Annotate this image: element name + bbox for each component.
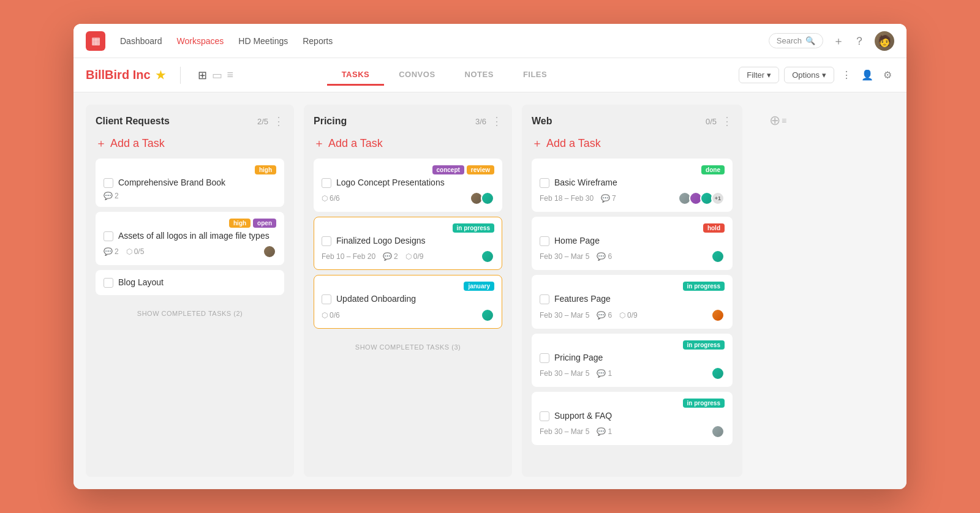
add-column-button[interactable]: ⊕ ≡ [767,110,789,132]
badge-review: review [467,165,494,174]
nav-dashboard[interactable]: Dashboard [120,36,162,46]
badge-january: january [464,282,494,291]
nav-reports[interactable]: Reports [303,36,333,46]
board-view-icon[interactable]: ▭ [212,69,222,82]
add-task-web[interactable]: ＋ Add a Task [532,135,733,151]
task-checkbox[interactable] [104,231,113,241]
nav-workspaces[interactable]: Workspaces [177,36,224,46]
task-checkbox[interactable] [540,411,549,421]
task-avatars [483,309,494,322]
search-icon: 🔍 [805,36,815,45]
tab-files[interactable]: FILES [508,65,562,86]
task-name: Support & FAQ [554,410,612,421]
task-card-features-page[interactable]: in progress Features Page Feb 30 – Mar 5… [532,275,733,328]
badge-in-progress: in progress [683,340,725,350]
task-date: Feb 30 – Mar 5 [540,311,589,320]
progress-count: ⬡ 0/9 [405,252,424,261]
comment-icon: 💬 [104,192,113,200]
task-date: Feb 10 – Feb 20 [322,252,375,261]
task-avatars [472,192,494,205]
task-date: Feb 30 – Mar 5 [540,427,589,436]
avatar-teal [711,367,725,380]
column-menu-icon[interactable]: ⋮ [722,114,733,128]
show-completed-pricing[interactable]: SHOW COMPLETED TASKS (3) [314,339,502,356]
task-card-home-page[interactable]: hold Home Page Feb 30 – Mar 5 💬 6 [532,217,733,270]
task-avatars [483,250,494,263]
comment-count: 💬 7 [601,194,616,203]
add-task-client[interactable]: ＋ Add a Task [96,135,284,151]
task-card-support-faq[interactable]: in progress Support & FAQ Feb 30 – Mar 5… [532,392,733,445]
avatar-teal [481,192,494,205]
chevron-down-icon: ▾ [767,70,771,80]
add-icon[interactable]: ＋ [833,34,844,48]
column-count: 3/6 [475,117,486,126]
settings-icon[interactable]: ⚙ [881,67,894,83]
task-date: Feb 30 – Mar 5 [540,369,589,378]
task-checkbox[interactable] [540,236,549,246]
more-icon[interactable]: ⋮ [839,67,854,83]
column-pricing: Pricing 3/6 ⋮ ＋ Add a Task concept revie… [304,105,512,477]
column-header: Pricing 3/6 ⋮ [314,114,502,128]
task-card-blog-layout[interactable]: Blog Layout [96,270,284,294]
task-avatars: +1 [680,192,725,205]
task-checkbox[interactable] [322,236,331,246]
column-web: Web 0/5 ⋮ ＋ Add a Task done Basic Wirefr… [522,105,742,477]
options-button[interactable]: Options ▾ [784,67,834,83]
search-box[interactable]: Search 🔍 [769,33,823,48]
badge-open: open [253,219,276,228]
task-card-comprehensive-brand-book[interactable]: high Comprehensive Brand Book 💬 2 [96,159,284,207]
badge-in-progress: in progress [453,223,494,233]
comment-count: 💬 2 [104,247,119,256]
main-content: Client Requests 2/5 ⋮ ＋ Add a Task high … [74,92,907,489]
comment-count: 💬 1 [597,369,612,378]
comment-icon: 💬 [383,252,392,261]
avatar-gray [711,425,725,438]
task-card-assets-logos[interactable]: high open Assets of all logos in all ima… [96,212,284,265]
comment-count: 💬 6 [597,252,612,261]
view-icons: ⊞ ▭ ≡ [198,69,234,82]
tab-convos[interactable]: CONVOS [384,65,450,86]
filter-button[interactable]: Filter ▾ [739,67,779,83]
task-card-finalized-logo[interactable]: in progress Finalized Logo Designs Feb 1… [314,217,502,270]
add-task-label: Add a Task [328,138,383,149]
add-column-icon: ⊕ [769,113,780,129]
comment-count: 💬 2 [104,192,119,200]
task-card-pricing-page[interactable]: in progress Pricing Page Feb 30 – Mar 5 … [532,334,733,387]
app-logo[interactable]: ▦ [86,31,105,51]
task-card-basic-wireframe[interactable]: done Basic Wireframe Feb 18 – Feb 30 💬 7 [532,159,733,212]
task-checkbox[interactable] [540,353,549,363]
nav-hd-meetings[interactable]: HD Meetings [238,36,288,46]
add-task-pricing[interactable]: ＋ Add a Task [314,135,502,151]
column-menu-icon[interactable]: ⋮ [273,114,284,128]
user-avatar[interactable]: 🧑 [875,31,894,51]
column-count: 0/5 [706,117,717,126]
task-checkbox[interactable] [104,278,113,288]
task-card-logo-concept[interactable]: concept review Logo Concept Presentation… [314,159,502,212]
task-checkbox[interactable] [540,294,549,304]
tab-notes[interactable]: NOTES [450,65,508,86]
avatar-teal [711,250,725,263]
task-name: Logo Concept Presentations [336,177,445,188]
task-name: Home Page [554,235,600,246]
task-checkbox[interactable] [104,178,113,188]
column-menu-icon[interactable]: ⋮ [491,114,502,128]
star-icon[interactable]: ★ [156,69,165,82]
show-completed-client[interactable]: SHOW COMPLETED TASKS (2) [96,305,284,322]
user-icon[interactable]: 👤 [859,67,876,83]
help-icon[interactable]: ？ [854,34,865,48]
task-checkbox[interactable] [322,178,331,188]
task-checkbox[interactable] [540,178,549,188]
task-name: Assets of all logos in all image file ty… [118,230,270,241]
list-view-icon[interactable]: ≡ [227,69,234,82]
task-avatars [714,309,725,322]
task-card-updated-onboarding[interactable]: january Updated Onboarding ⬡ 0/6 [314,275,502,328]
task-checkbox[interactable] [322,294,331,304]
add-column: ⊕ ≡ [752,105,789,477]
comment-icon: 💬 [597,427,606,436]
task-avatars [714,425,725,438]
grid-view-icon[interactable]: ⊞ [198,69,207,82]
comment-count: 💬 2 [383,252,398,261]
task-name: Pricing Page [554,352,603,363]
task-date: Feb 18 – Feb 30 [540,194,594,203]
tab-tasks[interactable]: TASKS [327,65,385,86]
